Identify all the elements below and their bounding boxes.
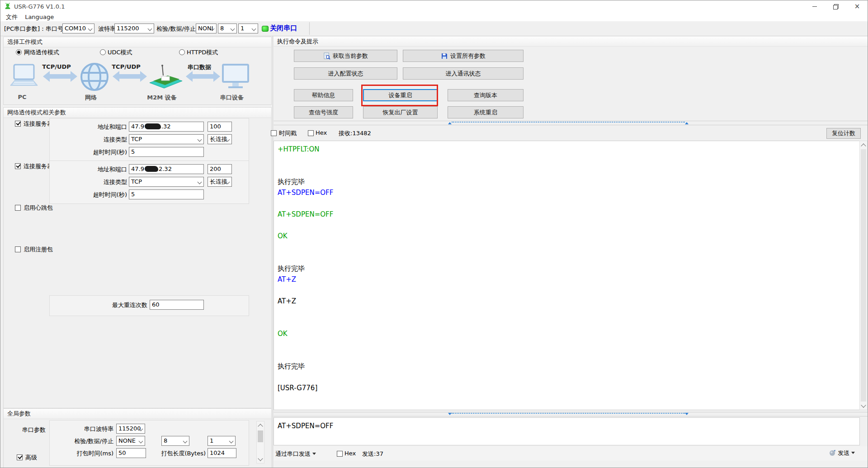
- close-button[interactable]: ×: [846, 0, 868, 12]
- parity-label: 检验/数据/停止: [156, 25, 196, 33]
- get-params-button[interactable]: 获取当前参数: [294, 50, 397, 62]
- title-bar: USR-G776 V1.0.1 ×: [0, 0, 868, 12]
- send-button[interactable]: 发送: [829, 449, 855, 457]
- caret-down-icon: [851, 452, 855, 454]
- com-port-select[interactable]: COM10: [62, 24, 94, 33]
- menu-file[interactable]: 文件: [3, 12, 20, 22]
- log-line: [USR-G776]: [278, 383, 856, 393]
- server-b-type-select[interactable]: TCP: [129, 177, 204, 187]
- network-globe-icon: [81, 64, 108, 90]
- enter-config-label: 进入配置状态: [328, 70, 363, 78]
- server-b-ip-input[interactable]: 47.92.32: [129, 164, 204, 174]
- global-stopbits-select[interactable]: 1: [208, 436, 236, 446]
- menu-language[interactable]: Language: [22, 13, 57, 21]
- server-b-timeout-input[interactable]: 5: [129, 189, 204, 199]
- node-label-m2m: M2M 设备: [146, 94, 178, 102]
- server-b-addr-label: 地址和端口: [50, 165, 127, 174]
- log-line: [278, 155, 856, 165]
- radio-httpd-mode[interactable]: [179, 49, 185, 55]
- register-checkbox[interactable]: [15, 246, 21, 252]
- link-label-serial-data: 串口数据: [184, 63, 215, 71]
- serial-device-icon: [223, 65, 248, 88]
- global-parity-value: NONE: [118, 437, 136, 444]
- minimize-button[interactable]: [804, 0, 825, 12]
- baud-label: 波特率: [98, 25, 116, 33]
- server-b-port-input[interactable]: 200: [208, 164, 232, 174]
- help-info-label: 帮助信息: [312, 91, 335, 99]
- server-a-checkbox[interactable]: [15, 121, 21, 127]
- query-signal-button[interactable]: 查信号强度: [294, 106, 353, 118]
- scroll-up-icon[interactable]: [860, 141, 867, 149]
- radio-httpd-mode-label: HTTPD模式: [187, 48, 218, 57]
- timestamp-checkbox[interactable]: [271, 130, 277, 136]
- splitter-handle[interactable]: [452, 122, 685, 125]
- enter-comm-button[interactable]: 进入通讯状态: [403, 67, 524, 80]
- chevron-down-icon: [139, 439, 143, 444]
- databits-select[interactable]: 8: [218, 24, 237, 33]
- server-a-type-select[interactable]: TCP: [129, 134, 204, 144]
- com-port-value: COM10: [65, 25, 86, 32]
- arrow-icon: [113, 71, 147, 82]
- log-hex-checkbox[interactable]: [308, 130, 314, 136]
- server-a-ip-suffix: .32: [161, 123, 171, 130]
- factory-reset-button[interactable]: 恢复出厂设置: [363, 106, 438, 118]
- stopbits-select[interactable]: 1: [238, 24, 258, 33]
- stopbits-value: 1: [241, 25, 244, 32]
- reconnect-input[interactable]: 60: [150, 300, 204, 310]
- scroll-down-icon[interactable]: [860, 402, 867, 410]
- scrollbar-thumb[interactable]: [861, 149, 866, 402]
- server-b-mode-value: 长连接: [210, 178, 227, 185]
- pack-time-label: 打包时间(ms): [55, 449, 113, 458]
- advanced-checkbox[interactable]: [17, 454, 23, 460]
- pack-len-input[interactable]: 1024: [208, 448, 236, 458]
- global-scrollbar[interactable]: [256, 421, 264, 463]
- heartbeat-checkbox[interactable]: [15, 205, 21, 211]
- log-output-area[interactable]: +HTPFLT:ON执行完毕AT+SDPEN=OFFAT+SDPEN=OFFOK…: [274, 141, 860, 410]
- send-via-dropdown[interactable]: 通过串口发送: [275, 450, 316, 458]
- radio-udc-mode[interactable]: [100, 49, 106, 55]
- system-restart-button[interactable]: 系统重启: [448, 106, 524, 118]
- log-line: [278, 252, 856, 263]
- server-a-port-input[interactable]: 100: [208, 122, 232, 132]
- server-b-checkbox[interactable]: [15, 163, 21, 169]
- global-databits-select[interactable]: 8: [161, 436, 189, 446]
- serial-params-label: 串口参数: [14, 426, 46, 434]
- global-parity-select[interactable]: NONE: [116, 436, 145, 446]
- query-version-button[interactable]: 查询版本: [448, 89, 524, 101]
- parity-select[interactable]: NONI: [196, 24, 217, 33]
- log-splitter-bottom[interactable]: [274, 412, 868, 416]
- window-title: USR-G776 V1.0.1: [14, 3, 65, 10]
- enter-config-button[interactable]: 进入配置状态: [294, 67, 397, 80]
- server-a-mode-value: 长连接: [210, 136, 227, 142]
- enter-comm-label: 进入通讯状态: [446, 70, 481, 78]
- send-hex-checkbox[interactable]: [337, 451, 343, 457]
- save-icon: [441, 52, 448, 60]
- splitter-handle[interactable]: [452, 413, 685, 416]
- scroll-up-icon[interactable]: [257, 421, 264, 429]
- server-a-mode-select[interactable]: 长连接: [208, 134, 232, 144]
- chevron-down-icon: [198, 137, 202, 142]
- app-window: USR-G776 V1.0.1 × 文件 Language [PC串口参数]：串…: [0, 0, 868, 468]
- global-baud-label: 串口波特率: [55, 425, 113, 433]
- restore-button[interactable]: [825, 0, 846, 12]
- log-hex-label: Hex: [316, 129, 327, 136]
- send-input-area[interactable]: AT+SDPEN=OFF: [274, 417, 860, 445]
- pack-time-input[interactable]: 50: [116, 448, 146, 458]
- radio-net-transparent[interactable]: [16, 49, 22, 55]
- server-b-mode-select[interactable]: 长连接: [208, 177, 232, 187]
- server-a-timeout-input[interactable]: 5: [129, 147, 204, 157]
- global-baud-select[interactable]: 115200: [116, 424, 145, 434]
- set-params-button[interactable]: 设置所有参数: [403, 50, 524, 62]
- chevron-down-icon: [198, 180, 202, 184]
- global-parity-label: 检验/数据/停止: [50, 437, 113, 445]
- log-splitter-top[interactable]: [274, 121, 868, 125]
- scrollbar-thumb[interactable]: [258, 430, 263, 442]
- close-port-button[interactable]: 关闭串口: [270, 24, 297, 33]
- device-restart-button[interactable]: 设备重启: [363, 89, 438, 101]
- baud-select[interactable]: 115200: [114, 24, 154, 33]
- log-scrollbar[interactable]: [859, 141, 868, 410]
- help-info-button[interactable]: 帮助信息: [294, 89, 353, 101]
- reset-count-button[interactable]: 复位计数: [826, 128, 861, 139]
- scroll-down-icon[interactable]: [257, 455, 264, 463]
- server-a-ip-input[interactable]: 47.9.32: [129, 122, 204, 132]
